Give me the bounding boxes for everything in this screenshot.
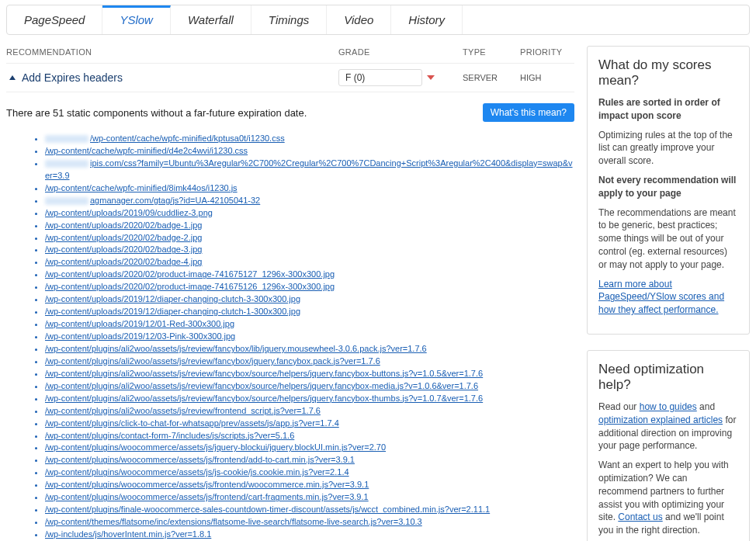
list-item: /wp-content/uploads/2019/12/01-Red-300x3… [45,318,574,331]
rule-title: Add Expires headers [22,71,123,84]
rule-toggle[interactable]: Add Expires headers [6,71,338,84]
file-link[interactable]: /wp-content/cache/wpfc-minified/d4e2c4wv… [45,146,248,155]
redacted-domain [45,135,88,143]
file-link[interactable]: /wp-content/plugins/ali2woo/assets/js/re… [45,344,427,353]
file-link[interactable]: /wp-content/plugins/ali2woo/assets/js/re… [45,356,380,366]
file-link[interactable]: /wp-content/plugins/ali2woo/assets/js/re… [45,381,478,390]
list-item: /wp-includes/js/hoverIntent.min.js?ver=1… [45,529,574,541]
list-item: /wp-content/uploads/2020/02/badge-2.jpg [45,232,574,244]
tab-yslow[interactable]: YSlow [102,5,171,34]
file-link[interactable]: agmanager.com/gtag/js?id=UA-42105041-32 [90,196,260,205]
sidebar: What do my scores mean? Rules are sorted… [587,46,750,541]
help-p1: Read our how to guides and optimization … [598,401,738,453]
file-link[interactable]: /wp-content/uploads/2019/12/diaper-chang… [45,294,300,303]
list-item: /wp-content/plugins/ali2woo/assets/js/re… [45,355,574,368]
optimization-help-panel: Need optimization help? Read our how to … [587,350,750,541]
grade-dropdown-icon[interactable] [427,75,435,80]
tab-timings[interactable]: Timings [251,5,327,34]
help-title: Need optimization help? [598,362,738,393]
list-item: /wp-content/plugins/woocommerce/assets/j… [45,442,574,454]
list-item: /wp-content/plugins/woocommerce/assets/j… [45,491,574,504]
whats-this-mean-button[interactable]: What's this mean? [483,103,574,122]
file-link[interactable]: /wp-content/uploads/2019/09/cuddliez-3.p… [45,208,213,217]
scores-title: What do my scores mean? [598,57,738,88]
list-item: /wp-content/uploads/2020/02/product-imag… [45,269,574,281]
col-type: TYPE [463,47,520,57]
file-link[interactable]: /wp-content/themes/flatsome/inc/extensio… [45,517,422,526]
how-to-guides-link[interactable]: how to guides [640,401,697,412]
grade-value: F (0) [338,69,422,86]
list-item: /wp-content/plugins/woocommerce/assets/j… [45,454,574,466]
column-headers: RECOMMENDATION GRADE TYPE PRIORITY [6,46,574,63]
list-item: /wp-content/uploads/2019/12/diaper-chang… [45,293,574,306]
contact-us-link[interactable]: Contact us [618,512,662,522]
list-item: /wp-content/plugins/ali2woo/assets/js/re… [45,368,574,380]
tab-video[interactable]: Video [327,5,391,34]
list-item: /wp-content/uploads/2020/02/badge-3.jpg [45,244,574,256]
rule-priority: HIGH [520,73,574,82]
list-item: /wp-content/plugins/ali2woo/assets/js/re… [45,405,574,418]
file-link[interactable]: /wp-content/uploads/2020/02/badge-3.jpg [45,244,202,254]
list-item: /wp-content/uploads/2019/12/diaper-chang… [45,306,574,318]
list-item: agmanager.com/gtag/js?id=UA-42105041-32 [45,195,574,207]
file-link[interactable]: /wp-content/plugins/woocommerce/assets/j… [45,480,369,489]
scores-p2: The recommendations are meant to be gene… [598,206,738,272]
file-link[interactable]: /wp-content/plugins/woocommerce/assets/j… [45,467,349,477]
file-link[interactable]: /wp-content/cache/wpfc-minified/8imk44os… [45,183,238,192]
file-link[interactable]: /wp-content/plugins/ali2woo/assets/js/re… [45,406,321,415]
list-item: /wp-content/uploads/2020/02/product-imag… [45,281,574,293]
redacted-domain [45,160,88,168]
file-link[interactable]: /wp-content/plugins/ali2woo/assets/js/re… [45,369,483,378]
help-p2: Want an expert to help you with optimiza… [598,459,738,537]
list-item: /wp-content/plugins/woocommerce/assets/j… [45,479,574,491]
file-link[interactable]: /wp-content/plugins/woocommerce/assets/j… [45,455,355,464]
file-link[interactable]: /wp-content/uploads/2020/02/badge-1.jpg [45,220,202,230]
tab-pagespeed[interactable]: PageSpeed [7,5,102,34]
file-link[interactable]: /wp-content/cache/wpfc-minified/kptusa0t… [90,134,285,143]
file-link[interactable]: /wp-content/plugins/ali2woo/assets/js/re… [45,394,483,403]
list-item: /wp-content/uploads/2020/02/badge-1.jpg [45,220,574,232]
file-link[interactable]: /wp-content/uploads/2020/02/badge-4.jpg [45,257,202,266]
file-link[interactable]: /wp-content/uploads/2020/02/product-imag… [45,282,335,291]
list-item: /wp-content/plugins/contact-form-7/inclu… [45,430,574,442]
list-item: /wp-content/plugins/ali2woo/assets/js/re… [45,343,574,355]
file-link[interactable]: /wp-content/uploads/2019/12/03-Pink-300x… [45,331,235,341]
scores-p1: Optimizing rules at the top of the list … [598,129,738,168]
file-link[interactable]: /wp-content/uploads/2020/02/badge-2.jpg [45,233,202,242]
col-recommendation: RECOMMENDATION [6,47,338,57]
list-item: /wp-content/plugins/woocommerce/assets/j… [45,466,574,479]
file-link[interactable]: /wp-content/uploads/2019/12/diaper-chang… [45,307,300,316]
tab-waterfall[interactable]: Waterfall [171,5,251,34]
list-item: /wp-content/themes/flatsome/inc/extensio… [45,516,574,529]
list-item: ipis.com/css?family=Ubuntu%3Aregular%2C7… [45,158,574,182]
file-link[interactable]: /wp-content/plugins/finale-woocommerce-s… [45,505,490,514]
list-item: /wp-content/plugins/click-to-chat-for-wh… [45,418,574,430]
file-link[interactable]: /wp-content/uploads/2019/12/01-Red-300x3… [45,319,234,328]
tab-history[interactable]: History [391,5,463,34]
rule-type: SERVER [463,73,520,82]
scores-h2: Not every recommendation will apply to y… [598,175,736,199]
list-item: /wp-content/uploads/2020/02/badge-4.jpg [45,256,574,269]
scores-h1: Rules are sorted in order of impact upon… [598,97,720,121]
col-priority: PRIORITY [520,47,574,57]
list-item: /wp-content/cache/wpfc-minified/d4e2c4wv… [45,145,574,158]
list-item: /wp-content/uploads/2019/09/cuddliez-3.p… [45,207,574,220]
file-list: /wp-content/cache/wpfc-minified/kptusa0t… [6,133,574,541]
list-item: /wp-content/uploads/2019/12/03-Pink-300x… [45,331,574,343]
col-grade: GRADE [338,47,463,57]
file-link[interactable]: ipis.com/css?family=Ubuntu%3Aregular%2C7… [45,158,573,180]
main-tabs: PageSpeedYSlowWaterfallTimingsVideoHisto… [6,5,750,35]
file-link[interactable]: /wp-content/uploads/2020/02/product-imag… [45,269,335,279]
list-item: /wp-content/plugins/finale-woocommerce-s… [45,504,574,516]
file-link[interactable]: /wp-content/plugins/woocommerce/assets/j… [45,442,386,452]
list-item: /wp-content/plugins/ali2woo/assets/js/re… [45,393,574,405]
scores-learn-more-link[interactable]: Learn more about PageSpeed/YSlow scores … [598,279,724,316]
file-link[interactable]: /wp-content/plugins/contact-form-7/inclu… [45,431,294,440]
optimization-articles-link[interactable]: optimization explained articles [598,414,723,425]
file-link[interactable]: /wp-content/plugins/woocommerce/assets/j… [45,492,369,501]
list-item: /wp-content/cache/wpfc-minified/8imk44os… [45,182,574,195]
rule-description: There are 51 static components without a… [6,107,307,119]
list-item: /wp-content/cache/wpfc-minified/kptusa0t… [45,133,574,145]
file-link[interactable]: /wp-content/plugins/click-to-chat-for-wh… [45,418,339,428]
file-link[interactable]: /wp-includes/js/hoverIntent.min.js?ver=1… [45,529,211,539]
